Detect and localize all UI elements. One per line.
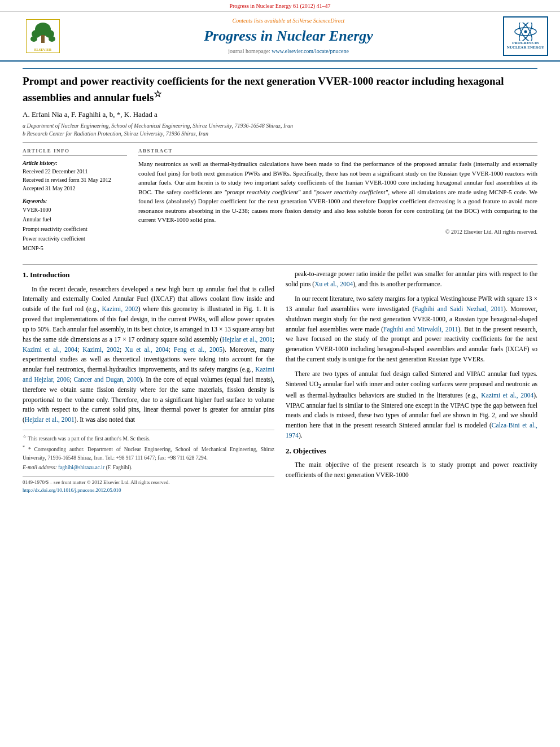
intro-para-right-1: peak-to-average power ratio inside the p… (286, 269, 537, 290)
svg-point-11 (524, 30, 527, 33)
footnote-section: ☆ This research was a part of the first … (23, 430, 274, 471)
sciverse-text: Contents lists available at SciVerse Sci… (77, 17, 500, 25)
keyword-5: MCNP-5 (23, 243, 127, 253)
copyright-text: © 2012 Elsevier Ltd. All rights reserved… (138, 228, 537, 236)
section1-heading: 1. Introduction (23, 269, 274, 281)
keyword-3: Prompt reactivity coefficient (23, 224, 127, 234)
main-content: Prompt and power reactivity coefficients… (0, 62, 560, 504)
body-right-col: peak-to-average power ratio inside the p… (286, 269, 537, 495)
abstract-text: Many neutronics as well as thermal-hydra… (138, 159, 537, 225)
intro-para-1: In the recent decade, researchers develo… (23, 285, 274, 425)
keywords-block: Keywords: VVER-1000 Annular fuel Prompt … (23, 197, 127, 253)
affiliation-a: a Department of Nuclear Engineering, Sch… (23, 122, 537, 130)
body-columns: 1. Introduction In the recent decade, re… (23, 269, 537, 495)
atom-logo-icon (514, 23, 537, 41)
star-superscript: ☆ (154, 89, 161, 99)
journal-homepage-url: journal homepage: www.elsevier.com/locat… (77, 47, 500, 55)
keyword-1: VVER-1000 (23, 205, 127, 215)
svg-point-5 (30, 36, 37, 42)
authors-line: A. Erfani Nia a, F. Faghihi a, b, *, K. … (23, 110, 537, 120)
svg-rect-4 (41, 35, 45, 43)
journal-title-area: Contents lists available at SciVerse Sci… (77, 17, 500, 55)
elsevier-logo-area: ELSEVIER (9, 19, 77, 53)
article-title: Prompt and power reactivity coefficients… (23, 68, 537, 105)
abstract-label: ABSTRACT (138, 147, 537, 156)
keyword-2: Annular fuel (23, 215, 127, 224)
article-info-abstract: ARTICLE INFO Article history: Received 2… (23, 142, 537, 258)
body-left-col: 1. Introduction In the recent decade, re… (23, 269, 274, 495)
article-history: Article history: Received 22 December 20… (23, 159, 127, 193)
received-date: Received 22 December 2011 (23, 167, 127, 176)
journal-logo-area: PROGRESS IN NUCLEAR ENERGY (500, 16, 551, 56)
bottom-bar: 0149-1970/$ – see front matter © 2012 El… (23, 476, 274, 495)
accepted-date: Accepted 31 May 2012 (23, 184, 127, 193)
journal-issue-info: Progress in Nuclear Energy 61 (2012) 41–… (0, 0, 560, 12)
keyword-4: Power reactivity coefficient (23, 234, 127, 243)
body-content: 1. Introduction In the recent decade, re… (23, 264, 537, 495)
svg-point-6 (49, 36, 55, 42)
journal-header: ELSEVIER Contents lists available at Sci… (0, 12, 560, 62)
footnote-email: E-mail address: faghihi@shirazu.ac.ir (F… (23, 464, 274, 471)
intro-para-right-2: In our recent literature, two safety mar… (286, 294, 537, 365)
abstract-panel: ABSTRACT Many neutronics as well as ther… (138, 147, 537, 258)
journal-main-title: Progress in Nuclear Energy (77, 26, 500, 46)
affiliations: a Department of Nuclear Engineering, Sch… (23, 122, 537, 138)
keywords-list: VVER-1000 Annular fuel Prompt reactivity… (23, 205, 127, 253)
footnote-star: ☆ This research was a part of the first … (23, 434, 274, 443)
article-info-label: ARTICLE INFO (23, 147, 127, 156)
issue-text: Progress in Nuclear Energy 61 (2012) 41–… (229, 3, 330, 9)
keywords-label: Keywords: (23, 197, 127, 205)
revised-date: Received in revised form 31 May 2012 (23, 176, 127, 184)
svg-text:ELSEVIER: ELSEVIER (34, 48, 52, 51)
intro-para-right-3: There are two types of annular fuel desi… (286, 369, 537, 441)
journal-logo-text: PROGRESS IN NUCLEAR ENERGY (506, 41, 545, 50)
article-info-panel: ARTICLE INFO Article history: Received 2… (23, 147, 127, 258)
doi-link[interactable]: http://dx.doi.org/10.1016/j.pnucene.2012… (23, 487, 274, 495)
issn-text: 0149-1970/$ – see front matter © 2012 El… (23, 479, 274, 487)
journal-logo-box: PROGRESS IN NUCLEAR ENERGY (503, 16, 548, 56)
elsevier-tree-icon: ELSEVIER (26, 19, 60, 53)
section2-para: The main objective of the present resear… (286, 460, 537, 480)
history-label: Article history: (23, 159, 127, 167)
affiliation-b: b Research Center for Radiation Protecti… (23, 130, 537, 138)
section2-heading: 2. Objectives (286, 445, 537, 457)
elsevier-logo: ELSEVIER (26, 19, 60, 53)
footnote-corresponding: * * Corresponding author. Department of … (23, 444, 274, 462)
